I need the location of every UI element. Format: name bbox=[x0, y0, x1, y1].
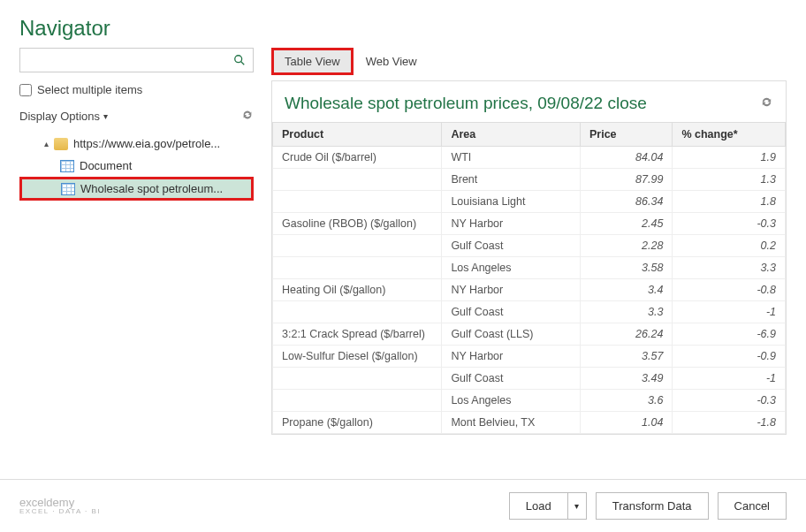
table-cell bbox=[273, 368, 442, 390]
table-row[interactable]: Los Angeles3.583.3 bbox=[273, 257, 786, 279]
transform-data-button[interactable]: Transform Data bbox=[596, 492, 709, 520]
table-cell: -6.9 bbox=[673, 323, 786, 346]
table-cell: WTI bbox=[442, 147, 581, 169]
tree-item-document[interactable]: Document bbox=[19, 155, 254, 177]
table-cell: Gulf Coast (LLS) bbox=[442, 323, 581, 346]
table-row[interactable]: Gasoline (RBOB) ($/gallon)NY Harbor2.45-… bbox=[273, 213, 786, 235]
table-cell: 3.57 bbox=[580, 346, 672, 368]
table-cell: 84.04 bbox=[580, 147, 672, 169]
column-header: Product bbox=[273, 123, 442, 147]
tab-table-view[interactable]: Table View bbox=[271, 48, 354, 75]
preview-panel: Wholesale spot petroleum prices, 09/08/2… bbox=[271, 80, 787, 435]
search-box[interactable] bbox=[19, 48, 254, 72]
table-row[interactable]: Louisiana Light86.341.8 bbox=[273, 191, 786, 213]
table-cell: 0.2 bbox=[673, 235, 786, 257]
table-cell: Brent bbox=[442, 169, 581, 191]
table-cell: Gulf Coast bbox=[442, 235, 581, 257]
table-cell: 3.4 bbox=[580, 279, 672, 301]
table-cell: 86.34 bbox=[580, 191, 672, 213]
table-cell: Los Angeles bbox=[442, 390, 581, 412]
table-icon bbox=[60, 160, 74, 172]
table-cell: 2.45 bbox=[580, 213, 672, 235]
table-row[interactable]: Heating Oil ($/gallon)NY Harbor3.4-0.8 bbox=[273, 279, 786, 301]
table-cell: 1.8 bbox=[673, 191, 786, 213]
folder-icon bbox=[54, 138, 68, 150]
table-cell: 3:2:1 Crack Spread ($/barrel) bbox=[273, 323, 442, 346]
tree-item-wholesale[interactable]: Wholesale spot petroleum... bbox=[19, 177, 254, 201]
select-multiple-input[interactable] bbox=[19, 84, 32, 96]
chevron-down-icon: ▾ bbox=[103, 111, 108, 121]
table-cell bbox=[273, 191, 442, 213]
refresh-icon[interactable] bbox=[241, 109, 254, 124]
table-cell: Gasoline (RBOB) ($/gallon) bbox=[273, 213, 442, 235]
navigator-tree: ▴ https://www.eia.gov/petrole... Documen… bbox=[19, 133, 254, 201]
search-icon[interactable] bbox=[226, 49, 253, 72]
preview-title: Wholesale spot petroleum prices, 09/08/2… bbox=[285, 94, 647, 113]
table-cell: 3.3 bbox=[580, 301, 672, 323]
tree-item-label: Wholesale spot petroleum... bbox=[80, 182, 249, 195]
table-cell: Gulf Coast bbox=[442, 368, 581, 390]
tree-root[interactable]: ▴ https://www.eia.gov/petrole... bbox=[19, 133, 254, 155]
table-cell: Heating Oil ($/gallon) bbox=[273, 279, 442, 301]
table-row[interactable]: Low-Sulfur Diesel ($/gallon)NY Harbor3.5… bbox=[273, 346, 786, 368]
load-split-button[interactable]: Load ▾ bbox=[509, 492, 587, 520]
table-cell: -0.8 bbox=[673, 279, 786, 301]
page-title: Navigator bbox=[19, 16, 787, 41]
table-cell: Propane ($/gallon) bbox=[273, 412, 442, 434]
cancel-button[interactable]: Cancel bbox=[718, 492, 787, 520]
column-header: Price bbox=[580, 123, 672, 147]
table-cell bbox=[273, 169, 442, 191]
table-cell: Louisiana Light bbox=[442, 191, 581, 213]
table-cell: -1.8 bbox=[673, 412, 786, 434]
tab-web-view[interactable]: Web View bbox=[354, 48, 430, 75]
table-row[interactable]: Gulf Coast2.280.2 bbox=[273, 235, 786, 257]
table-cell: 1.9 bbox=[673, 147, 786, 169]
table-row[interactable]: 3:2:1 Crack Spread ($/barrel)Gulf Coast … bbox=[273, 323, 786, 346]
table-cell: NY Harbor bbox=[442, 213, 581, 235]
table-cell: Crude Oil ($/barrel) bbox=[273, 147, 442, 169]
table-cell: 26.24 bbox=[580, 323, 672, 346]
table-cell: -1 bbox=[673, 368, 786, 390]
table-cell: -0.3 bbox=[673, 213, 786, 235]
table-row[interactable]: Brent87.991.3 bbox=[273, 169, 786, 191]
table-cell: Low-Sulfur Diesel ($/gallon) bbox=[273, 346, 442, 368]
table-row[interactable]: Los Angeles3.6-0.3 bbox=[273, 390, 786, 412]
table-row[interactable]: Crude Oil ($/barrel)WTI84.041.9 bbox=[273, 147, 786, 169]
table-icon bbox=[61, 183, 75, 195]
table-cell: -0.9 bbox=[673, 346, 786, 368]
search-input[interactable] bbox=[20, 49, 226, 72]
table-cell bbox=[273, 257, 442, 279]
table-cell: -1 bbox=[673, 301, 786, 323]
load-button[interactable]: Load bbox=[509, 492, 567, 520]
table-cell: Mont Belvieu, TX bbox=[442, 412, 581, 434]
table-cell: 3.6 bbox=[580, 390, 672, 412]
table-cell: 1.04 bbox=[580, 412, 672, 434]
select-multiple-checkbox[interactable]: Select multiple items bbox=[19, 83, 254, 96]
watermark: exceldemy EXCEL · DATA · BI bbox=[19, 497, 101, 515]
table-row[interactable]: Gulf Coast3.49-1 bbox=[273, 368, 786, 390]
table-cell: 1.3 bbox=[673, 169, 786, 191]
table-cell: 3.3 bbox=[673, 257, 786, 279]
table-cell: Los Angeles bbox=[442, 257, 581, 279]
table-cell: 87.99 bbox=[580, 169, 672, 191]
tree-item-label: Document bbox=[80, 159, 252, 172]
column-header: % change* bbox=[673, 123, 786, 147]
table-cell bbox=[273, 301, 442, 323]
table-cell: NY Harbor bbox=[442, 279, 581, 301]
preview-table: ProductAreaPrice% change* Crude Oil ($/b… bbox=[272, 122, 786, 434]
table-cell: 3.58 bbox=[580, 257, 672, 279]
svg-line-1 bbox=[241, 62, 245, 65]
table-cell: NY Harbor bbox=[442, 346, 581, 368]
refresh-preview-icon[interactable] bbox=[760, 95, 773, 111]
display-options-button[interactable]: Display Options ▾ bbox=[19, 110, 108, 123]
table-cell: 2.28 bbox=[580, 235, 672, 257]
table-row[interactable]: Gulf Coast3.3-1 bbox=[273, 301, 786, 323]
collapse-icon[interactable]: ▴ bbox=[44, 139, 49, 148]
select-multiple-label: Select multiple items bbox=[37, 83, 142, 96]
table-cell bbox=[273, 390, 442, 412]
table-cell bbox=[273, 235, 442, 257]
svg-point-0 bbox=[235, 56, 242, 63]
table-row[interactable]: Propane ($/gallon)Mont Belvieu, TX1.04-1… bbox=[273, 412, 786, 434]
load-dropdown-button[interactable]: ▾ bbox=[567, 492, 587, 520]
column-header: Area bbox=[442, 123, 581, 147]
